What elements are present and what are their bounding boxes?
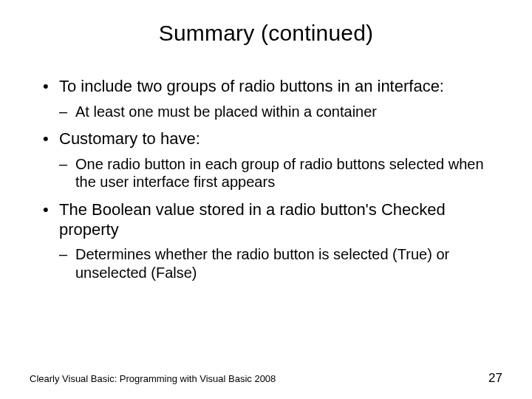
bullet-level1: Customary to have: [43, 129, 495, 149]
slide-title: Summary (continued) [30, 21, 502, 46]
footer-source: Clearly Visual Basic: Programming with V… [30, 373, 276, 384]
bullet-level2: At least one must be placed within a con… [59, 103, 495, 120]
slide-container: Summary (continued) To include two group… [0, 0, 532, 399]
page-number: 27 [488, 371, 502, 386]
bullet-level2: Determines whether the radio button is s… [59, 245, 495, 282]
slide-content: To include two groups of radio buttons i… [30, 77, 502, 282]
bullet-level2: One radio button in each group of radio … [59, 155, 495, 191]
slide-footer: Clearly Visual Basic: Programming with V… [30, 371, 502, 386]
bullet-level1: The Boolean value stored in a radio butt… [43, 200, 495, 240]
bullet-level1: To include two groups of radio buttons i… [43, 77, 495, 97]
